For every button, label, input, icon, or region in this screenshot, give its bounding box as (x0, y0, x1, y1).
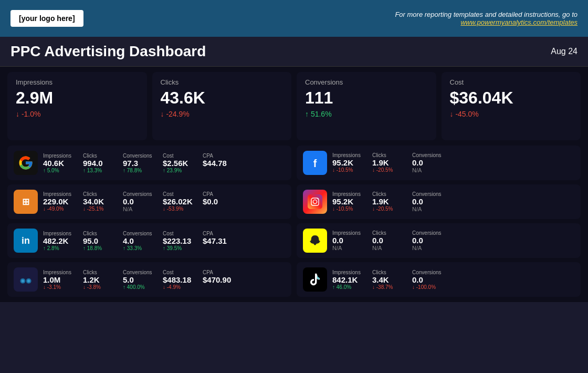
kpi-card-clicks: Clicks 43.6K ↓ -24.9% (152, 72, 292, 140)
date-label: Aug 24 (551, 47, 578, 56)
stat-item: Clicks 3.4K ↓ -38.7% (372, 270, 404, 290)
bing-icon: ⊞ (14, 190, 38, 214)
platform-card-instagram: Impressions 95.2K ↓ -10.5% Clicks 1.9K ↓… (297, 184, 581, 219)
stat-item: Clicks 1.2K ↓ -3.8% (83, 270, 114, 290)
stat-item: Impressions 95.2K ↓ -10.5% (332, 152, 364, 173)
svg-point-6 (22, 279, 25, 283)
platform-card-bing: ⊞ Impressions 229.0K ↓ -49.0% Clicks 34.… (7, 184, 291, 219)
stat-item: Impressions 482.2K ↑ 2.8% (43, 231, 75, 251)
facebook-icon: f (303, 151, 327, 175)
platform-card-outbrain: Impressions 1.0M ↓ -3.1% Clicks 1.2K ↓ -… (7, 262, 291, 297)
kpi-card-impressions: Impressions 2.9M ↓ -1.0% (7, 72, 147, 140)
platform-stats: Impressions 0.0 N/A Clicks 0.0 N/A Conve… (332, 230, 574, 251)
svg-rect-10 (308, 194, 322, 209)
main-content: Impressions 2.9M ↓ -1.0% Clicks 43.6K ↓ … (0, 67, 588, 302)
platform-card-tiktok: Impressions 842.1K ↑ 46.0% Clicks 3.4K ↓… (297, 262, 581, 297)
stat-item: Clicks 95.0 ↑ 18.8% (83, 231, 114, 251)
stat-item: Conversions 0.0 ↓ -100.0% (412, 270, 444, 290)
stat-item: Impressions 842.1K ↑ 46.0% (332, 270, 364, 290)
snapchat-icon (303, 229, 327, 253)
platform-card-google: Impressions 40.6K ↑ 5.0% Clicks 994.0 ↑ … (7, 146, 291, 180)
svg-text:f: f (313, 158, 317, 169)
stat-item: Cost $26.02K ↓ -53.9% (163, 191, 194, 212)
stat-item: Impressions 95.2K ↓ -10.5% (332, 191, 364, 212)
stat-item: CPA $470.90 (203, 270, 234, 290)
svg-point-7 (27, 279, 30, 283)
stat-item: Clicks 34.0K ↓ -25.1% (83, 191, 114, 212)
stat-item: Cost $223.13 ↑ 39.5% (163, 231, 194, 251)
instagram-icon (303, 190, 327, 214)
stat-item: Cost $483.18 ↓ -4.9% (163, 270, 194, 290)
stat-item: Impressions 0.0 N/A (332, 230, 364, 251)
kpi-card-cost: Cost $36.04K ↓ -45.0% (442, 72, 581, 140)
platform-card-facebook: f Impressions 95.2K ↓ -10.5% Clicks 1.9K… (297, 146, 581, 180)
stat-item: CPA $0.0 (203, 191, 234, 212)
stat-item: Conversions 0.0 N/A (412, 191, 444, 212)
stat-item: Conversions 4.0 ↑ 33.3% (123, 231, 154, 251)
header-promo: For more reporting templates and detaile… (395, 11, 578, 26)
platform-stats: Impressions 40.6K ↑ 5.0% Clicks 994.0 ↑ … (43, 153, 285, 173)
svg-text:⊞: ⊞ (22, 197, 29, 207)
stat-item: Impressions 1.0M ↓ -3.1% (43, 270, 75, 290)
platform-card-snapchat: Impressions 0.0 N/A Clicks 0.0 N/A Conve… (297, 223, 581, 258)
tiktok-icon (303, 267, 327, 292)
stat-item: Clicks 1.9K ↓ -20.5% (372, 191, 404, 212)
header: [your logo here] For more reporting temp… (0, 0, 588, 37)
platform-card-linkedin: in Impressions 482.2K ↑ 2.8% Clicks 95.0… (7, 223, 291, 258)
platform-stats: Impressions 482.2K ↑ 2.8% Clicks 95.0 ↑ … (43, 231, 285, 251)
stat-item: Clicks 1.9K ↓ -20.5% (372, 152, 404, 173)
platforms-right: f Impressions 95.2K ↓ -10.5% Clicks 1.9K… (297, 146, 581, 297)
stat-item: CPA $47.31 (203, 231, 234, 251)
linkedin-icon: in (14, 229, 38, 253)
platform-stats: Impressions 1.0M ↓ -3.1% Clicks 1.2K ↓ -… (43, 270, 285, 290)
stat-item: Clicks 994.0 ↑ 13.3% (83, 153, 114, 173)
stat-item: Conversions 5.0 ↑ 400.0% (123, 270, 154, 290)
stat-item: Conversions 0.0 N/A (412, 152, 444, 173)
platform-stats: Impressions 842.1K ↑ 46.0% Clicks 3.4K ↓… (332, 270, 574, 290)
platform-stats: Impressions 229.0K ↓ -49.0% Clicks 34.0K… (43, 191, 285, 212)
stat-item: Impressions 229.0K ↓ -49.0% (43, 191, 75, 212)
platforms-row: Impressions 40.6K ↑ 5.0% Clicks 994.0 ↑ … (7, 146, 581, 297)
title-bar: PPC Advertising Dashboard Aug 24 (0, 37, 588, 67)
stat-item: CPA $44.78 (203, 153, 234, 173)
platform-stats: Impressions 95.2K ↓ -10.5% Clicks 1.9K ↓… (332, 191, 574, 212)
stat-item: Conversions 97.3 ↑ 78.8% (123, 153, 154, 173)
platform-stats: Impressions 95.2K ↓ -10.5% Clicks 1.9K ↓… (332, 152, 574, 173)
platforms-left: Impressions 40.6K ↑ 5.0% Clicks 994.0 ↑ … (7, 146, 291, 297)
outbrain-icon (14, 267, 38, 292)
svg-point-13 (317, 198, 318, 199)
promo-link[interactable]: www.powermyanalytics.com/templates (460, 18, 578, 26)
stat-item: Conversions 0.0 N/A (412, 230, 444, 251)
google-icon (14, 151, 38, 175)
page-title: PPC Advertising Dashboard (10, 43, 206, 60)
stat-item: Cost $2.56K ↑ 23.9% (163, 153, 194, 173)
stat-item: Conversions 0.0 N/A (123, 191, 154, 212)
svg-text:in: in (22, 235, 30, 246)
stat-item: Impressions 40.6K ↑ 5.0% (43, 153, 75, 173)
stat-item: Clicks 0.0 N/A (372, 230, 404, 251)
kpi-row: Impressions 2.9M ↓ -1.0% Clicks 43.6K ↓ … (7, 72, 581, 140)
logo: [your logo here] (10, 10, 83, 27)
kpi-card-conversions: Conversions 111 ↑ 51.6% (297, 72, 436, 140)
